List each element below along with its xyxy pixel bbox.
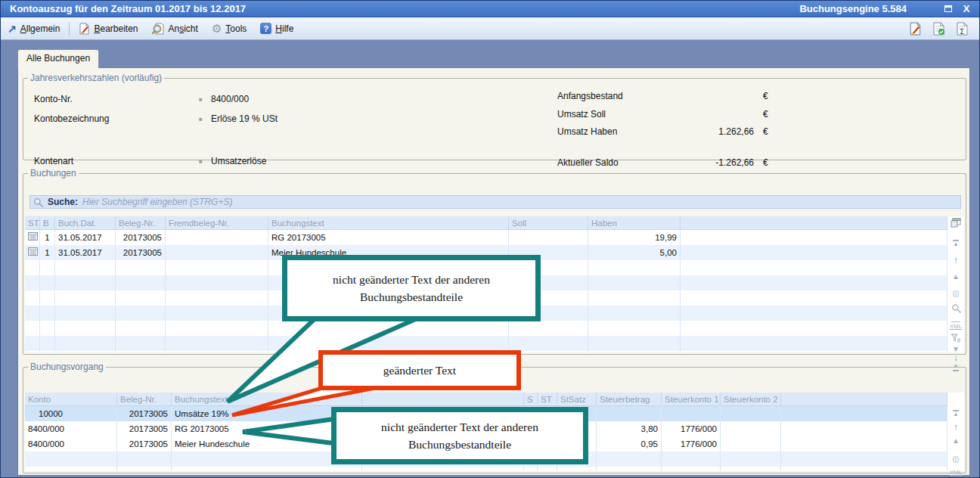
scroll-top-icon[interactable]: ▲ — [947, 409, 964, 418]
svg-text:Σ: Σ — [960, 28, 964, 36]
col-header-st[interactable]: ST — [25, 216, 40, 229]
col-header-betrag[interactable] — [362, 393, 524, 405]
table-row[interactable]: 1 31.05.2017 20173005 RG 20173005 19,99 — [25, 230, 947, 245]
empty-row — [25, 336, 947, 351]
brackets-icon[interactable]: (|) — [947, 455, 964, 464]
edit-document-toolbar-icon[interactable] — [909, 22, 922, 36]
cell-beleg: 20173005 — [117, 406, 172, 421]
col-header-steuerkonto2[interactable]: Steuerkonto 2 — [721, 393, 781, 405]
sum-document-icon[interactable]: Σ — [956, 22, 969, 36]
close-icon: X — [963, 4, 970, 14]
column-chooser-icon[interactable] — [947, 218, 964, 230]
col-header-buchungstext[interactable]: Buchungstext — [172, 393, 362, 405]
col-header-stsatz[interactable]: StSatz — [557, 393, 597, 405]
jahresverkehrszahlen-group: Jahresverkehrszahlen (vorläufig) Konto-N… — [23, 73, 966, 160]
currency-label: € — [763, 126, 768, 137]
tab-alle-buchungen[interactable]: Alle Buchungen — [17, 49, 99, 68]
cell-fremd — [166, 245, 268, 260]
col-header-buchungstext[interactable]: Buchungstext — [268, 216, 509, 229]
col-header-st[interactable]: ST — [538, 393, 557, 405]
total-value: -1.262,66 — [656, 157, 754, 168]
cell-b: 1 — [40, 245, 55, 260]
total-label: Anfangsbestand — [557, 91, 623, 101]
cell-date: 31.05.2017 — [55, 245, 116, 260]
field-label: Kontenart — [34, 156, 73, 166]
search-bar: Suche: — [29, 195, 961, 209]
currency-label: € — [763, 91, 768, 101]
cell-fremd — [166, 230, 268, 245]
col-header-soll[interactable]: Soll — [509, 216, 588, 229]
restore-icon — [944, 5, 952, 12]
cell-haben: 19,99 — [588, 230, 681, 245]
col-header-steuerbetrag[interactable]: Steuerbetrag — [597, 393, 662, 405]
col-header-belegnr[interactable]: Beleg-Nr. — [116, 216, 166, 229]
annotation-unchanged-text-top: nicht geänderter Text der anderen Buchun… — [282, 255, 541, 321]
col-header-s[interactable]: S — [524, 393, 538, 405]
nav-up-icon[interactable]: ▲ — [947, 272, 964, 281]
empty-row — [25, 467, 947, 471]
zoom-icon[interactable] — [947, 303, 964, 315]
search-label: Suche: — [48, 197, 78, 207]
restore-button[interactable] — [941, 3, 955, 15]
menubar: ↗ Allgemein Bearbeiten Ansicht ⚙ Tools ?… — [1, 17, 979, 40]
cell-steuerkonto2 — [721, 406, 781, 421]
menu-ansicht[interactable]: Ansicht — [145, 20, 205, 38]
cell-steuerbetrag — [597, 406, 662, 421]
col-header-b[interactable]: B — [40, 216, 55, 229]
bullet-icon: ■ — [199, 116, 203, 123]
col-header-haben[interactable]: Haben — [588, 216, 681, 229]
col-header-steuerkonto1[interactable]: Steuerkonto 1 — [662, 393, 721, 405]
vorgang-header-row: Konto Beleg-Nr. Buchungstext S ST StSatz… — [25, 393, 947, 406]
field-label: Konto-Nr. — [34, 94, 73, 104]
col-header-buchdat[interactable]: Buch.Dat. — [55, 216, 116, 229]
cell-text: RG 20173005 — [268, 230, 509, 245]
application-window: Kontoauszug für den Zeitraum 01.2017 bis… — [0, 0, 980, 478]
menu-tools[interactable]: ⚙ Tools — [205, 20, 253, 38]
cell-haben: 5,00 — [588, 245, 681, 260]
help-icon: ? — [260, 23, 271, 34]
total-label: Aktueller Saldo — [557, 157, 619, 168]
total-label: Umsatz Haben — [557, 126, 617, 137]
menu-allgemein[interactable]: ↗ Allgemein — [1, 20, 67, 38]
cell-beleg: 20173005 — [116, 230, 166, 245]
buchungen-legend: Buchungen — [28, 168, 79, 178]
bullet-icon: ■ — [199, 96, 203, 103]
menu-bearbeiten[interactable]: Bearbeiten — [72, 20, 144, 38]
xml-icon[interactable]: XML — [947, 322, 964, 331]
edit-document-icon — [79, 23, 90, 35]
jahresverkehrszahlen-legend: Jahresverkehrszahlen (vorläufig) — [28, 73, 164, 83]
search-input[interactable] — [82, 197, 957, 207]
titlebar: Kontoauszug für den Zeitraum 01.2017 bis… — [1, 1, 979, 17]
total-value: 1.262,66 — [656, 126, 754, 137]
booking-detail-icon — [28, 232, 38, 241]
check-document-icon[interactable] — [932, 22, 945, 36]
nav-up-icon[interactable]: ▲ — [947, 436, 964, 445]
col-header-belegnr[interactable]: Beleg-Nr. — [117, 393, 172, 405]
scroll-top-icon[interactable]: ▲ — [947, 239, 964, 248]
menu-divider — [69, 22, 70, 36]
annotation-unchanged-text-bottom: nicht geänderter Text der anderen Buchun… — [331, 407, 588, 464]
brackets-icon[interactable]: (|) — [947, 289, 964, 298]
move-up-icon[interactable]: ↑ — [947, 256, 964, 265]
cell-steuerkonto1: 1776/000 — [662, 421, 721, 436]
window-title: Kontoauszug für den Zeitraum 01.2017 bis… — [10, 3, 246, 14]
col-header-fremdbelegnr[interactable]: Fremdbeleg-Nr. — [166, 216, 268, 229]
cell-konto: 8400/000 — [25, 421, 117, 436]
cell-steuerkonto1 — [662, 406, 721, 421]
close-button[interactable]: X — [960, 3, 973, 15]
total-label: Umsatz Soll — [557, 109, 606, 120]
search-icon — [33, 197, 43, 207]
booking-detail-icon — [28, 247, 38, 256]
menu-hilfe[interactable]: ? Hilfe — [253, 20, 300, 38]
magnifier-document-icon — [152, 23, 165, 35]
cell-steuerkonto2 — [721, 436, 781, 452]
filter-icon[interactable] — [947, 334, 964, 345]
col-header-konto[interactable]: Konto — [25, 393, 117, 405]
xml-icon[interactable]: XML — [947, 468, 964, 477]
move-up-icon[interactable]: ↑ — [947, 423, 964, 432]
buchungen-toolbar-rail: ▲ ↑ ▲ (|) XML ▼ ↓ ▼ — [947, 216, 964, 352]
cell-konto: 10000 — [25, 406, 117, 421]
currency-label: € — [763, 157, 768, 168]
cell-b: 1 — [40, 230, 55, 245]
cell-steuerbetrag: 0,95 — [597, 436, 662, 452]
